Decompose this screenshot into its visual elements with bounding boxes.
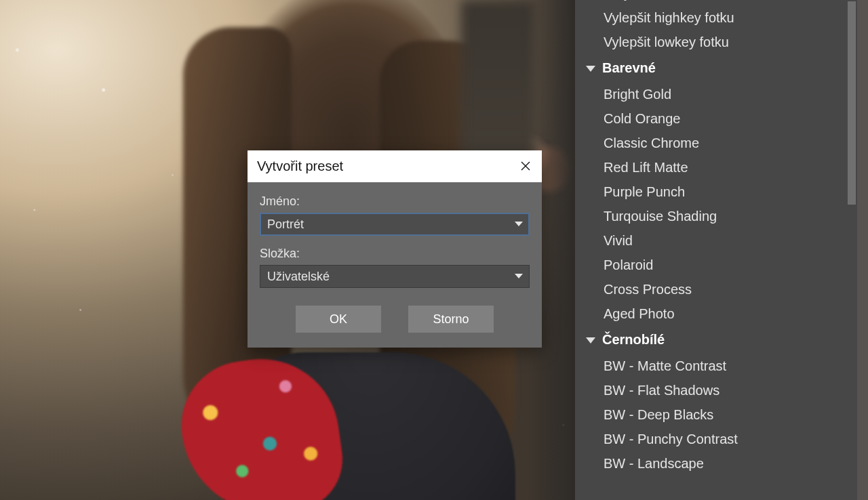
preset-item[interactable]: Cross Process bbox=[575, 277, 846, 301]
preset-item[interactable]: Vylepšit lowkey fotku bbox=[575, 30, 846, 54]
close-button[interactable] bbox=[509, 150, 542, 182]
preset-item[interactable]: BW - Flat Shadows bbox=[575, 378, 846, 402]
preset-list: Krajina Vylepšit highkey fotku Vylepšit … bbox=[575, 0, 846, 476]
preset-item[interactable]: Classic Chrome bbox=[575, 131, 846, 155]
preset-section-header[interactable]: Černobílé bbox=[575, 326, 846, 354]
dialog-buttons: OK Storno bbox=[260, 306, 530, 333]
preset-item[interactable]: Vivid bbox=[575, 228, 846, 253]
preset-item[interactable]: Polaroid bbox=[575, 253, 846, 277]
scrollbar[interactable] bbox=[846, 0, 857, 500]
preset-item[interactable]: BW - Deep Blacks bbox=[575, 402, 846, 427]
preset-item[interactable]: Red Lift Matte bbox=[575, 155, 846, 180]
cancel-button[interactable]: Storno bbox=[408, 306, 494, 333]
preset-item[interactable]: Cold Orange bbox=[575, 106, 846, 131]
name-value: Portrét bbox=[267, 217, 304, 232]
chevron-down-icon bbox=[510, 266, 528, 287]
chevron-down-icon bbox=[510, 213, 528, 235]
chevron-down-icon bbox=[586, 60, 595, 76]
name-input[interactable]: Portrét bbox=[260, 213, 530, 236]
preset-item[interactable]: BW - Landscape bbox=[575, 451, 846, 476]
folder-value: Uživatelské bbox=[267, 270, 330, 284]
dialog-title: Vytvořit preset bbox=[257, 159, 343, 174]
section-title: Černobílé bbox=[602, 332, 665, 348]
preset-item[interactable]: Purple Punch bbox=[575, 180, 846, 204]
close-icon bbox=[521, 159, 530, 174]
name-label: Jméno: bbox=[260, 194, 530, 209]
dialog-titlebar[interactable]: Vytvořit preset bbox=[248, 150, 542, 182]
scroll-thumb[interactable] bbox=[848, 1, 856, 205]
section-title: Barevné bbox=[602, 60, 656, 76]
preset-item[interactable]: BW - Punchy Contrast bbox=[575, 427, 846, 451]
name-field: Jméno: Portrét bbox=[260, 194, 530, 236]
folder-select[interactable]: Uživatelské bbox=[260, 265, 530, 288]
create-preset-dialog: Vytvořit preset Jméno: Portrét Složka: U… bbox=[248, 150, 542, 348]
chevron-down-icon bbox=[586, 332, 595, 348]
preset-item[interactable]: Vylepšit highkey fotku bbox=[575, 5, 846, 30]
preset-item[interactable]: Krajina bbox=[575, 0, 846, 5]
preset-sidebar: Krajina Vylepšit highkey fotku Vylepšit … bbox=[575, 0, 857, 500]
preset-item[interactable]: Turqouise Shading bbox=[575, 204, 846, 228]
preset-item[interactable]: BW - Matte Contrast bbox=[575, 354, 846, 378]
preset-item[interactable]: Bright Gold bbox=[575, 82, 846, 106]
preset-item[interactable]: Aged Photo bbox=[575, 301, 846, 326]
preset-section-header[interactable]: Barevné bbox=[575, 54, 846, 82]
folder-label: Složka: bbox=[260, 247, 530, 261]
folder-field: Složka: Uživatelské bbox=[260, 247, 530, 288]
dialog-body: Jméno: Portrét Složka: Uživatelské OK St… bbox=[248, 182, 542, 348]
ok-button[interactable]: OK bbox=[296, 306, 381, 333]
